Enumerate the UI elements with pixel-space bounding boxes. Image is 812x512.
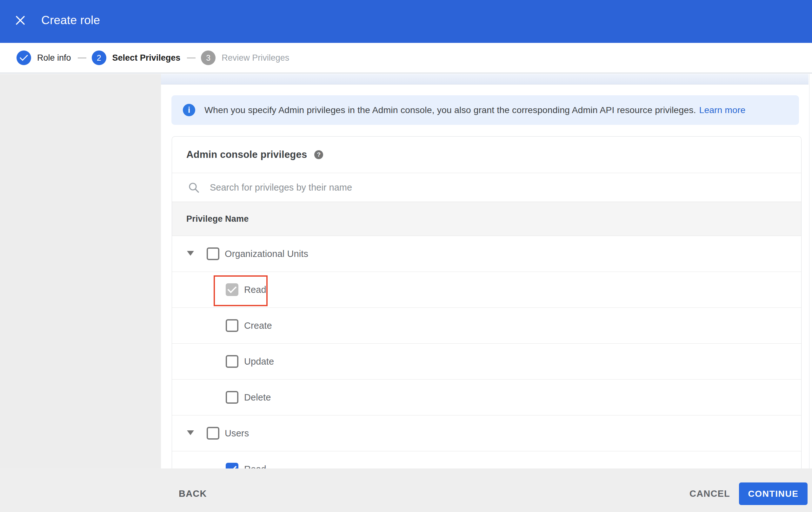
privilege-label: Delete — [244, 380, 271, 415]
step-number-circle[interactable]: 2 — [92, 51, 106, 65]
close-icon[interactable] — [14, 14, 27, 27]
privilege-search-input[interactable] — [209, 182, 749, 193]
privilege-search-row — [172, 173, 801, 202]
checkbox-organizational-units[interactable] — [207, 247, 219, 260]
main-area: i When you specify Admin privileges in t… — [0, 74, 812, 468]
privilege-row-delete: Delete — [172, 380, 801, 415]
checkbox-delete[interactable] — [226, 391, 238, 404]
privilege-label: Organizational Units — [225, 236, 308, 272]
privilege-rows: Organizational UnitsReadCreateUpdateDele… — [172, 236, 801, 468]
info-banner: i When you specify Admin privileges in t… — [171, 95, 799, 125]
step-role-info: Role info — [17, 51, 71, 65]
search-icon — [188, 182, 200, 193]
content-area: i When you specify Admin privileges in t… — [161, 74, 812, 468]
step-label[interactable]: Review Privileges — [222, 53, 289, 63]
step-review-privileges: 3Review Privileges — [201, 51, 289, 65]
step-check-icon[interactable] — [17, 51, 31, 65]
step-connector — [187, 57, 196, 58]
app-header: Create role — [0, 0, 812, 43]
checkbox-read[interactable] — [226, 283, 238, 296]
privilege-row-read: Read — [172, 451, 801, 468]
checkbox-update[interactable] — [226, 355, 238, 368]
collapse-arrow-icon[interactable] — [187, 251, 194, 256]
privilege-row-update: Update — [172, 344, 801, 380]
privilege-row-create: Create — [172, 308, 801, 344]
scrolled-content-edge — [161, 74, 809, 84]
privilege-label: Users — [225, 415, 249, 451]
left-sidebar — [0, 74, 161, 468]
cancel-button[interactable]: CANCEL — [690, 468, 730, 512]
footer-bar: BACK CANCEL CONTINUE — [0, 468, 812, 512]
dialog-title: Create role — [41, 0, 100, 41]
wizard-stepper: Role info2Select Privileges3Review Privi… — [0, 43, 812, 73]
help-icon[interactable]: ? — [314, 150, 323, 159]
card-title-row: Admin console privileges ? — [172, 137, 801, 173]
checkbox-create[interactable] — [226, 319, 238, 332]
privilege-label: Read — [244, 451, 266, 468]
learn-more-link[interactable]: Learn more — [699, 105, 746, 115]
privilege-row-read: Read — [172, 272, 801, 308]
step-label[interactable]: Select Privileges — [112, 53, 181, 63]
privilege-label: Create — [244, 308, 272, 344]
continue-button[interactable]: CONTINUE — [739, 482, 808, 505]
privileges-card: Admin console privileges ? Privilege Nam… — [172, 136, 802, 468]
privilege-row-users: Users — [172, 415, 801, 451]
privilege-row-organizational-units: Organizational Units — [172, 236, 801, 272]
step-connector — [78, 57, 86, 58]
table-header-row: Privilege Name — [172, 202, 801, 236]
back-button[interactable]: BACK — [179, 468, 207, 512]
step-select-privileges: 2Select Privileges — [92, 51, 181, 65]
checkbox-users[interactable] — [207, 427, 219, 439]
checkbox-read[interactable] — [226, 463, 238, 468]
step-label[interactable]: Role info — [37, 53, 71, 63]
collapse-arrow-icon[interactable] — [187, 430, 194, 435]
card-title: Admin console privileges — [186, 149, 307, 160]
step-number-circle[interactable]: 3 — [201, 51, 215, 65]
privilege-label: Read — [244, 272, 266, 308]
privilege-name-column-header: Privilege Name — [186, 214, 249, 224]
info-banner-text: When you specify Admin privileges in the… — [204, 105, 696, 115]
privilege-label: Update — [244, 344, 274, 380]
info-icon: i — [183, 104, 195, 116]
